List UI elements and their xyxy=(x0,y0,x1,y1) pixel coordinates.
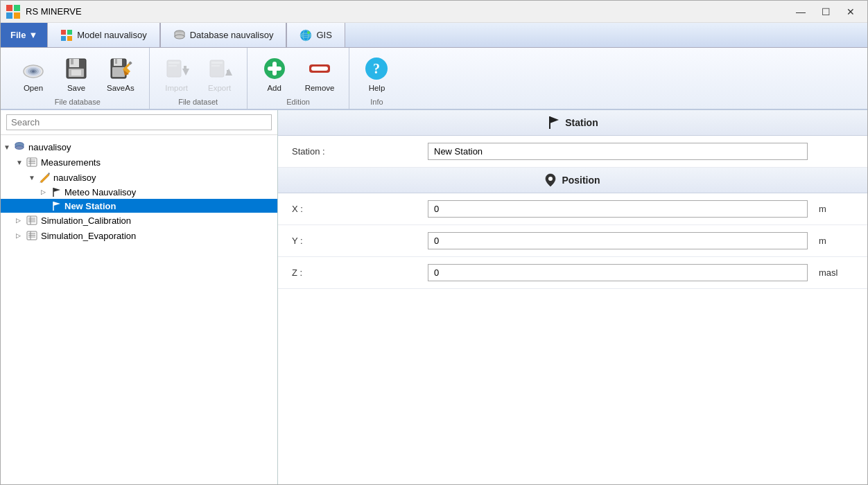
tree-arrow-measurements: ▼ xyxy=(16,159,26,166)
import-label: Import xyxy=(165,84,188,92)
x-field-input[interactable] xyxy=(428,200,808,218)
pin-section-icon xyxy=(545,173,556,187)
tree-node-sim-evaporation[interactable]: ▷ Simulation_Evaporation xyxy=(1,228,277,243)
tree-node-nauvalisoy-child[interactable]: ▼ nauvalisoy xyxy=(1,170,277,185)
tree-node-meteo[interactable]: ▷ Meteo Nauvalisoy xyxy=(1,185,277,199)
app-logo-icon xyxy=(6,5,20,19)
svg-rect-2 xyxy=(6,12,12,19)
toolbar-group-file-dataset: Import Export File dataset xyxy=(150,48,248,109)
maximize-button[interactable]: ☐ xyxy=(815,3,837,20)
tree-node-new-station[interactable]: New Station xyxy=(1,199,277,213)
flag-tree-icon-new-station xyxy=(51,200,62,211)
saveas-button[interactable]: SaveAs xyxy=(99,51,142,97)
tree-node-sim-calibration[interactable]: ▷ Simulation_Calibration xyxy=(1,213,277,228)
open-icon xyxy=(21,56,46,81)
tree-arrow-meteo: ▷ xyxy=(41,188,51,195)
svg-rect-38 xyxy=(168,65,177,67)
list-tree-icon-calibration xyxy=(26,214,38,227)
edition-group-label: Edition xyxy=(254,98,342,109)
toolbar-buttons-info: ? Help xyxy=(356,51,397,98)
tab-database[interactable]: Database nauvalisoy xyxy=(160,23,287,47)
minimize-button[interactable]: — xyxy=(790,3,812,20)
tree-label-sim-evaporation: Simulation_Evaporation xyxy=(41,231,136,241)
close-button[interactable]: ✕ xyxy=(840,3,862,20)
svg-rect-48 xyxy=(268,67,281,71)
flag-section-icon xyxy=(547,116,559,130)
station-field-input[interactable] xyxy=(428,143,808,160)
svg-marker-69 xyxy=(53,202,60,206)
svg-marker-67 xyxy=(53,188,60,192)
right-panel: Station Station : Position X : m Y : m Z… xyxy=(278,110,867,485)
toolbar-group-edition: Add Remove Edition xyxy=(248,48,350,109)
save-button[interactable]: Save xyxy=(56,51,96,97)
svg-rect-6 xyxy=(61,36,66,41)
gis-icon xyxy=(300,29,312,42)
file-menu[interactable]: File ▼ xyxy=(1,23,47,47)
position-section-title: Position xyxy=(562,175,600,186)
titlebar-left: RS MINERVE xyxy=(6,5,82,19)
z-form-row: Z : masl xyxy=(278,257,867,289)
svg-rect-37 xyxy=(168,62,180,64)
import-button[interactable]: Import xyxy=(157,51,197,97)
y-field-unit: m xyxy=(819,236,853,246)
y-field-label: Y : xyxy=(292,236,417,246)
tree-label-meteo: Meteo Nauvalisoy xyxy=(64,187,136,197)
remove-button[interactable]: Remove xyxy=(297,51,342,97)
database-tree-icon xyxy=(13,141,26,153)
help-button[interactable]: ? Help xyxy=(356,51,397,97)
svg-rect-31 xyxy=(112,67,125,77)
save-icon xyxy=(64,56,89,81)
titlebar: RS MINERVE — ☐ ✕ xyxy=(1,1,867,23)
tab-model[interactable]: Model nauvalisoy xyxy=(47,23,159,47)
toolbar-buttons-file-database: Open Save xyxy=(13,51,142,98)
tree-arrow-root: ▼ xyxy=(3,143,13,151)
search-input[interactable] xyxy=(6,114,272,130)
svg-rect-25 xyxy=(71,59,73,64)
svg-rect-30 xyxy=(115,59,117,64)
titlebar-controls: — ☐ ✕ xyxy=(790,3,862,20)
tree-label-measurements: Measurements xyxy=(41,157,101,168)
measurements-tree-icon xyxy=(26,156,38,168)
file-menu-arrow: ▼ xyxy=(28,30,37,40)
toolbar-group-info: ? Help Info xyxy=(349,48,403,109)
search-box xyxy=(1,110,277,135)
svg-rect-4 xyxy=(61,30,66,35)
svg-rect-40 xyxy=(184,66,186,71)
z-field-label: Z : xyxy=(292,267,417,278)
svg-rect-1 xyxy=(14,5,20,11)
flag-tree-icon-meteo xyxy=(51,186,62,197)
y-field-input[interactable] xyxy=(428,232,808,249)
tree-label-new-station: New Station xyxy=(64,201,116,211)
tab-database-label: Database nauvalisoy xyxy=(190,30,274,40)
add-button[interactable]: Add xyxy=(254,51,295,97)
tree-node-root[interactable]: ▼ nauvalisoy xyxy=(1,139,277,155)
export-button[interactable]: Export xyxy=(200,51,240,97)
svg-marker-81 xyxy=(550,116,559,123)
tree-label-root: nauvalisoy xyxy=(28,142,71,152)
database-icon xyxy=(173,29,186,42)
svg-rect-50 xyxy=(311,67,328,71)
station-field-label: Station : xyxy=(292,146,417,157)
model-icon xyxy=(60,29,73,42)
y-form-row: Y : m xyxy=(278,225,867,257)
toolbar-buttons-edition: Add Remove xyxy=(254,51,342,98)
remove-icon xyxy=(307,56,332,81)
svg-rect-29 xyxy=(114,59,122,66)
open-label: Open xyxy=(24,84,43,92)
svg-rect-5 xyxy=(67,30,72,35)
tree-node-measurements[interactable]: ▼ Measurements xyxy=(1,155,277,170)
z-field-unit: masl xyxy=(819,267,853,278)
import-icon xyxy=(164,56,189,81)
svg-rect-42 xyxy=(211,62,223,64)
tab-gis[interactable]: GIS xyxy=(286,23,345,47)
tab-model-label: Model nauvalisoy xyxy=(77,30,146,40)
remove-label: Remove xyxy=(305,84,335,92)
station-form-row: Station : xyxy=(278,136,867,168)
z-field-input[interactable] xyxy=(428,264,808,281)
open-button[interactable]: Open xyxy=(13,51,53,97)
svg-rect-0 xyxy=(6,5,12,11)
toolbar: Open Save xyxy=(1,48,867,110)
save-label: Save xyxy=(67,84,85,92)
left-panel: ▼ nauvalisoy ▼ xyxy=(1,110,278,485)
tree-area: ▼ nauvalisoy ▼ xyxy=(1,135,277,485)
